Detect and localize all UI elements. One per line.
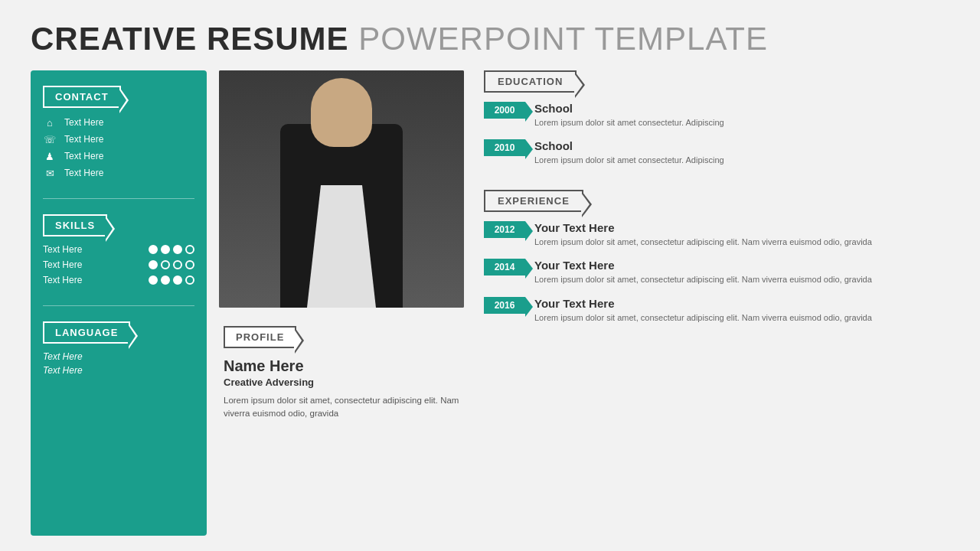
exp-title-1: Your Text Here	[534, 221, 949, 235]
year-badge-2000: 2000	[484, 102, 525, 119]
dot	[185, 260, 194, 269]
exp-title-2: Your Text Here	[534, 259, 949, 272]
exp-desc-2: Lorem ipsum dolor sit amet, consectetur …	[534, 274, 949, 285]
person-head-shape	[311, 78, 372, 147]
right-column: EDUCATION 2000 School Lorem ipsum dolor …	[476, 70, 949, 536]
phone-icon: ☏	[43, 132, 57, 146]
skill-dots-1	[149, 245, 194, 254]
skill-row-2: Text Here	[43, 259, 194, 270]
profile-name: Name Here	[224, 357, 459, 375]
contact-item-email: ✉ Text Here	[43, 166, 194, 180]
skills-label: SKILLS	[43, 214, 107, 236]
sidebar: CONTACT ⌂ Text Here ☏ Text Here ♟ Text H…	[31, 70, 207, 536]
year-badge-2012: 2012	[484, 221, 525, 238]
year-badge-2014: 2014	[484, 259, 525, 276]
exp-title-3: Your Text Here	[534, 297, 949, 311]
language-label: LANGUAGE	[43, 321, 130, 344]
middle-column: PROFILE Name Here Creative Adversing Lor…	[219, 70, 464, 536]
title-bold: CREATIVE RESUME	[31, 21, 349, 57]
school-name-2: School	[534, 139, 949, 153]
contact-address-text: Text Here	[64, 117, 103, 128]
school-desc-1: Lorem ipsum dolor sit amet consectetur. …	[534, 117, 949, 129]
main-content: CONTACT ⌂ Text Here ☏ Text Here ♟ Text H…	[31, 70, 949, 536]
person-body-shape	[280, 124, 403, 308]
language-item-2: Text Here	[43, 365, 194, 376]
experience-content-3: Your Text Here Lorem ipsum dolor sit ame…	[534, 297, 949, 324]
dot	[185, 245, 194, 254]
skills-section: SKILLS Text Here Text Here	[43, 214, 194, 290]
school-desc-2: Lorem ipsum dolor sit amet consectetur. …	[534, 155, 949, 166]
profile-section-label: PROFILE	[224, 326, 296, 348]
contact-item-address: ⌂ Text Here	[43, 116, 194, 129]
divider-2	[43, 305, 194, 306]
exp-desc-1: Lorem ipsum dolor sit amet, consectetur …	[534, 236, 949, 248]
education-header: EDUCATION	[484, 70, 949, 93]
skill-name-2: Text Here	[43, 259, 82, 270]
skill-row-3: Text Here	[43, 275, 194, 285]
dot	[173, 276, 182, 285]
title-light: POWERPOINT TEMPLATE	[349, 21, 768, 57]
dot	[185, 276, 194, 285]
profile-job-title: Creative Adversing	[224, 377, 459, 388]
profile-header: PROFILE	[224, 326, 459, 348]
skill-row-1: Text Here	[43, 244, 194, 255]
profile-photo	[219, 70, 464, 308]
dot	[161, 276, 170, 285]
page-title: CREATIVE RESUME POWERPOINT TEMPLATE	[31, 23, 949, 55]
header: CREATIVE RESUME POWERPOINT TEMPLATE	[31, 23, 949, 55]
exp-desc-3: Lorem ipsum dolor sit amet, consectetur …	[534, 312, 949, 324]
education-item-1: 2000 School Lorem ipsum dolor sit amet c…	[484, 102, 949, 129]
divider-1	[43, 198, 194, 199]
skill-dots-3	[149, 276, 194, 285]
experience-section: EXPERIENCE 2012 Your Text Here Lorem ips…	[484, 190, 949, 334]
dot	[161, 260, 170, 269]
home-icon: ⌂	[43, 116, 57, 129]
contact-item-phone: ☏ Text Here	[43, 132, 194, 146]
skill-name-1: Text Here	[43, 244, 82, 255]
contact-header: CONTACT	[43, 86, 194, 108]
dot	[149, 260, 158, 269]
email-icon: ✉	[43, 166, 57, 180]
language-item-1: Text Here	[43, 351, 194, 362]
dot	[161, 245, 170, 254]
contact-email-text: Text Here	[64, 168, 103, 178]
experience-header: EXPERIENCE	[484, 190, 949, 212]
dot	[173, 260, 182, 269]
school-name-1: School	[534, 102, 949, 116]
education-item-2: 2010 School Lorem ipsum dolor sit amet c…	[484, 139, 949, 166]
dot	[149, 245, 158, 254]
contact-phone-text: Text Here	[64, 134, 103, 145]
education-content-1: School Lorem ipsum dolor sit amet consec…	[534, 102, 949, 129]
experience-label: EXPERIENCE	[484, 190, 583, 212]
page: CREATIVE RESUME POWERPOINT TEMPLATE CONT…	[0, 0, 980, 551]
user-icon: ♟	[43, 149, 57, 163]
contact-section: CONTACT ⌂ Text Here ☏ Text Here ♟ Text H…	[43, 86, 194, 183]
year-badge-2010: 2010	[484, 139, 525, 156]
skills-header: SKILLS	[43, 214, 194, 236]
language-section: LANGUAGE Text Here Text Here	[43, 321, 194, 379]
education-section: EDUCATION 2000 School Lorem ipsum dolor …	[484, 70, 949, 178]
contact-label: CONTACT	[43, 86, 121, 108]
dot	[173, 245, 182, 254]
experience-content-2: Your Text Here Lorem ipsum dolor sit ame…	[534, 259, 949, 285]
skill-name-3: Text Here	[43, 275, 82, 285]
dot	[149, 276, 158, 285]
experience-item-3: 2016 Your Text Here Lorem ipsum dolor si…	[484, 297, 949, 324]
person-shirt-shape	[307, 185, 376, 308]
contact-item-user: ♟ Text Here	[43, 149, 194, 163]
profile-info: PROFILE Name Here Creative Adversing Lor…	[219, 318, 464, 429]
language-header: LANGUAGE	[43, 321, 194, 344]
year-badge-2016: 2016	[484, 297, 525, 314]
skill-dots-2	[149, 260, 194, 269]
education-label: EDUCATION	[484, 70, 577, 93]
education-content-2: School Lorem ipsum dolor sit amet consec…	[534, 139, 949, 166]
experience-item-1: 2012 Your Text Here Lorem ipsum dolor si…	[484, 221, 949, 248]
contact-user-text: Text Here	[64, 151, 103, 161]
profile-description: Lorem ipsum dolor sit amet, consectetur …	[224, 394, 459, 421]
experience-item-2: 2014 Your Text Here Lorem ipsum dolor si…	[484, 259, 949, 285]
experience-content-1: Your Text Here Lorem ipsum dolor sit ame…	[534, 221, 949, 248]
